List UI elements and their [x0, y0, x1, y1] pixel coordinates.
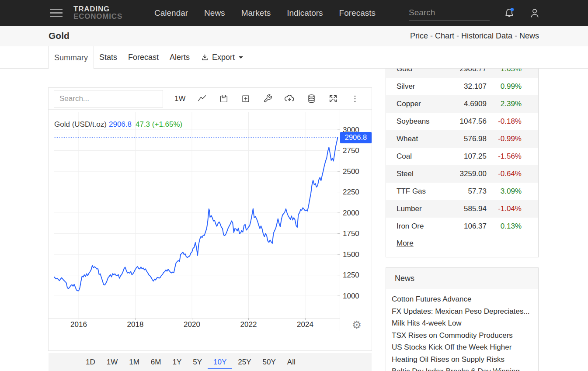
market-change: -0.99%	[487, 135, 522, 143]
logo[interactable]: TRADING ECONOMICS	[73, 5, 122, 20]
range-button-1y[interactable]: 1Y	[167, 356, 187, 369]
market-change: 0.13%	[487, 222, 522, 231]
market-name: Copper	[386, 100, 434, 108]
range-button-all[interactable]: All	[282, 356, 301, 369]
tab-stats[interactable]: Stats	[99, 46, 128, 69]
market-row-ttf-gas[interactable]: TTF Gas57.733.09%	[386, 183, 538, 200]
range-bar: 1D1W1M6M1Y5Y10Y25Y50YAll	[49, 353, 372, 371]
market-value: 576.98	[434, 135, 487, 143]
y-axis-label: 1000	[343, 292, 370, 301]
news-item[interactable]: US Stocks Kick Off the Week Higher	[392, 341, 532, 354]
breadcrumb-separator: -	[512, 31, 519, 40]
y-axis-label: 2750	[343, 146, 370, 155]
nav-item-news[interactable]: News	[204, 8, 225, 18]
x-axis-label: 2016	[63, 320, 94, 329]
range-button-50y[interactable]: 50Y	[257, 356, 282, 369]
nav-item-indicators[interactable]: Indicators	[287, 8, 323, 18]
data-icon[interactable]	[306, 94, 317, 104]
top-nav: TRADING ECONOMICS CalendarNewsMarketsInd…	[0, 0, 588, 26]
chevron-down-icon	[239, 56, 243, 59]
range-button-25y[interactable]: 25Y	[232, 356, 257, 369]
export-label: Export	[212, 53, 235, 62]
market-value: 4.6909	[434, 100, 487, 108]
nav-search-input[interactable]	[409, 5, 490, 21]
tab-forecast[interactable]: Forecast	[128, 46, 170, 69]
line-style-icon[interactable]	[197, 94, 207, 104]
download-icon	[201, 53, 209, 62]
market-row-copper[interactable]: Copper4.69092.39%	[386, 95, 538, 113]
market-name: TTF Gas	[386, 187, 434, 196]
symbol-search-input[interactable]	[54, 90, 163, 107]
more-icon[interactable]	[350, 94, 360, 104]
header-link-price[interactable]: Price	[410, 31, 428, 40]
market-value: 57.73	[434, 187, 487, 196]
add-indicator-icon[interactable]	[240, 94, 251, 104]
calendar-icon[interactable]	[219, 94, 229, 104]
news-item[interactable]: Cotton Futures Advance	[392, 293, 532, 305]
tab-summary[interactable]: Summary	[48, 46, 94, 69]
cloud-download-icon[interactable]	[284, 94, 295, 104]
nav-item-markets[interactable]: Markets	[241, 8, 271, 18]
news-item[interactable]: FX Updates: Mexican Peso Depreciates...	[392, 305, 532, 318]
nav-item-forecasts[interactable]: Forecasts	[339, 8, 376, 18]
header-link-chart[interactable]: Chart	[435, 31, 454, 40]
market-change: -1.04%	[487, 205, 522, 213]
market-row-steel[interactable]: Steel3259.00-0.64%	[386, 165, 538, 183]
range-button-6m[interactable]: 6M	[145, 356, 167, 369]
x-axis-label: 2020	[177, 320, 207, 329]
news-widget: News Cotton Futures AdvanceFX Updates: M…	[386, 267, 539, 371]
chart-settings-icon[interactable]: ⚙	[350, 319, 363, 331]
market-row-coal[interactable]: Coal107.25-1.56%	[386, 148, 538, 165]
chart-panel: 1W	[48, 87, 372, 351]
breadcrumb: Price - Chart - Historical Data - News	[410, 31, 539, 41]
header-link-news[interactable]: News	[519, 31, 539, 40]
range-button-5y[interactable]: 5Y	[187, 356, 208, 369]
market-name: Iron Ore	[386, 222, 434, 231]
market-value: 3259.00	[434, 170, 487, 178]
page-title: Gold	[49, 31, 70, 41]
user-icon[interactable]	[529, 7, 541, 19]
market-change: -1.56%	[487, 152, 522, 161]
market-row-gold[interactable]: Gold2906.771.65%	[386, 69, 538, 78]
market-name: Soybeans	[386, 117, 434, 126]
interval-selector[interactable]: 1W	[174, 94, 186, 103]
market-change: 0.99%	[487, 82, 522, 91]
tools-icon[interactable]	[262, 94, 273, 104]
header-link-historical-data[interactable]: Historical Data	[461, 31, 512, 40]
tab-alerts[interactable]: Alerts	[170, 46, 201, 69]
y-axis-label: 1250	[343, 271, 370, 280]
nav-item-calendar[interactable]: Calendar	[154, 8, 188, 18]
breadcrumb-separator: -	[454, 31, 461, 40]
market-row-iron-ore[interactable]: Iron Ore106.370.13%	[386, 218, 538, 235]
news-item[interactable]: TSX Rises on Commodity Producers	[392, 329, 532, 342]
logo-line1: TRADING	[73, 5, 122, 13]
x-axis-line	[49, 318, 340, 319]
news-item[interactable]: Milk Hits 4-week Low	[392, 317, 532, 329]
y-axis-label: 1750	[343, 229, 370, 238]
market-change: -0.18%	[487, 117, 522, 126]
news-item[interactable]: Heating Oil Rises on Supply Risks	[392, 354, 532, 366]
menu-icon[interactable]	[50, 9, 63, 17]
fullscreen-icon[interactable]	[328, 94, 338, 104]
market-row-soybeans[interactable]: Soybeans1047.56-0.18%	[386, 113, 538, 130]
more-link[interactable]: More	[397, 239, 414, 248]
market-row-silver[interactable]: Silver32.1070.99%	[386, 78, 538, 95]
range-button-1m[interactable]: 1M	[123, 356, 145, 369]
range-button-1w[interactable]: 1W	[101, 356, 124, 369]
price-chart[interactable]	[54, 112, 340, 318]
market-value: 585.94	[434, 205, 487, 213]
news-item[interactable]: Baltic Dry Index Breaks 6-Day Winning...	[392, 365, 532, 371]
market-value: 107.25	[434, 152, 487, 161]
markets-widget: Gold2906.771.65%Silver32.1070.99%Copper4…	[386, 69, 539, 258]
export-button[interactable]: Export	[201, 46, 254, 69]
nav-links: CalendarNewsMarketsIndicatorsForecasts	[154, 0, 376, 26]
market-row-lumber[interactable]: Lumber585.94-1.04%	[386, 200, 538, 218]
x-axis-tick	[135, 318, 136, 320]
bell-icon[interactable]	[503, 7, 515, 19]
last-price: 2906.8	[109, 120, 132, 128]
range-button-1d[interactable]: 1D	[80, 356, 101, 369]
range-button-10y[interactable]: 10Y	[208, 356, 232, 369]
market-change: -0.64%	[487, 170, 522, 178]
series-name: Gold (USD/t.oz)	[54, 120, 107, 128]
market-row-wheat[interactable]: Wheat576.98-0.99%	[386, 130, 538, 148]
